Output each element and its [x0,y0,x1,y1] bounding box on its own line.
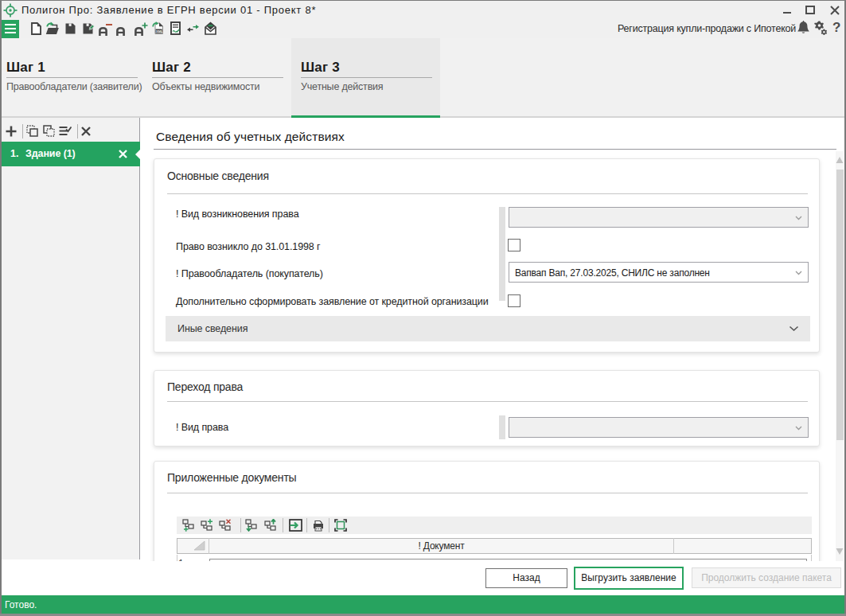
svg-text:XML: XML [156,29,163,33]
